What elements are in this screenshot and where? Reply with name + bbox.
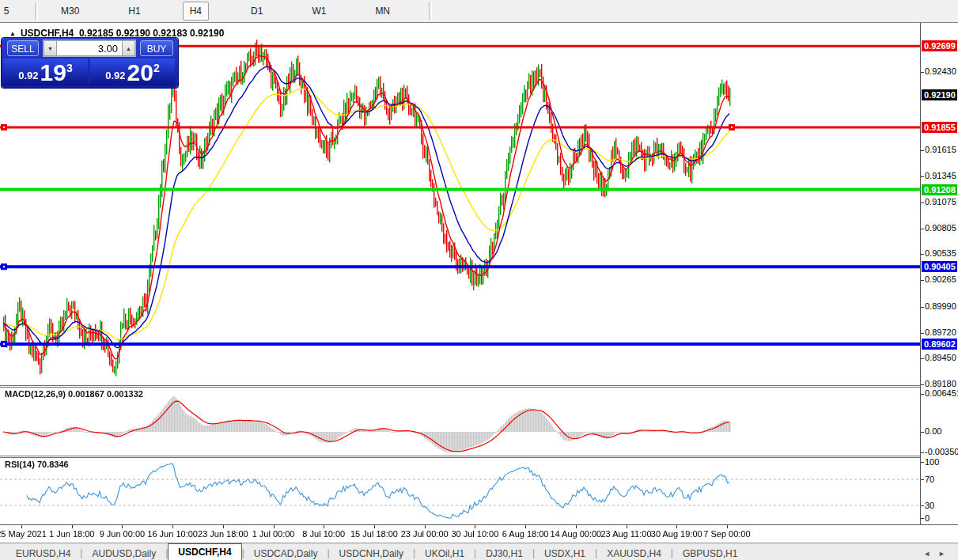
chart-tab-usdcad[interactable]: USDCAD,Daily xyxy=(244,546,328,560)
timeframe-button-w1[interactable]: W1 xyxy=(305,2,333,21)
volume-decrease-button[interactable]: ▼ xyxy=(44,40,57,56)
time-axis[interactable]: 25 May 20211 Jun 18:009 Jun 00:0016 Jun … xyxy=(0,524,958,543)
price-axis-label: 0.89450 xyxy=(925,353,958,362)
axis-tick xyxy=(921,229,924,229)
chart-tab-audusd[interactable]: AUDUSD,Daily xyxy=(82,546,165,560)
axis-tick xyxy=(921,72,924,73)
price-badge: 0.89602 xyxy=(922,339,957,350)
time-axis-label: 30 Aug 19:00 xyxy=(651,529,702,539)
axis-tick xyxy=(921,150,924,151)
chart-tab-ukoil[interactable]: UKOil,H1 xyxy=(415,546,474,560)
rsi-splitter[interactable] xyxy=(0,456,958,458)
tab-scroll-left-icon[interactable]: ◄ xyxy=(923,550,938,558)
macd-axis-label: 0.006451 xyxy=(925,388,958,398)
axis-tick xyxy=(921,202,924,203)
chart-tab-dj30[interactable]: DJ30,H1 xyxy=(476,546,532,560)
price-axis[interactable]: 0.924300.916150.913450.910750.908050.905… xyxy=(920,23,958,524)
chart-tab-usdchf[interactable]: USDCHF,H4 xyxy=(168,543,241,560)
time-axis-tick xyxy=(676,525,677,528)
toolbar-separator xyxy=(429,2,432,20)
time-axis-label: 6 Aug 18:00 xyxy=(502,529,549,539)
timeframe-button-partial[interactable]: 5 xyxy=(0,2,13,21)
macd-splitter[interactable] xyxy=(0,385,958,388)
buy-button[interactable]: BUY xyxy=(140,40,173,56)
axis-tick xyxy=(921,384,924,385)
time-axis-tick xyxy=(324,525,324,528)
buy-price-button[interactable]: 0.92202 xyxy=(90,59,175,85)
chart-window: ▲USDCHF,H4 0.92185 0.92190 0.92183 0.921… xyxy=(0,22,958,560)
macd-indicator-label: MACD(12,26,9) 0.001867 0.001332 xyxy=(5,389,143,399)
price-axis-label: 0.90265 xyxy=(925,274,958,284)
time-axis-label: 14 Aug 00:00 xyxy=(550,529,601,539)
timeframe-button-h4[interactable]: H4 xyxy=(183,2,209,21)
time-axis-tick xyxy=(21,525,22,528)
time-axis-tick xyxy=(525,525,526,528)
timeframe-toolbar: 5 M30H1H4D1W1MN xyxy=(0,0,958,23)
volume-spinner: ▼ 3.00 ▲ xyxy=(43,40,136,57)
chart-tab-bar: EURUSD,H4|AUDUSD,Daily|USDCHF,H4|USDCAD,… xyxy=(0,543,958,560)
axis-tick xyxy=(921,432,924,433)
sell-price-button[interactable]: 0.92193 xyxy=(3,59,88,85)
axis-tick xyxy=(921,280,924,281)
volume-input[interactable]: 3.00 xyxy=(57,40,122,56)
price-axis-label: 0.89180 xyxy=(925,379,958,388)
axis-tick xyxy=(921,452,924,453)
price-axis-label: 0.90805 xyxy=(925,223,958,233)
price-badge: 0.92699 xyxy=(922,40,957,51)
time-axis-label: 8 Jul 10:00 xyxy=(302,529,345,539)
trading-platform-window: 5 M30H1H4D1W1MN ▲USDCHF,H4 0.92185 0.921… xyxy=(0,0,958,560)
time-axis-tick xyxy=(727,525,728,528)
volume-increase-button[interactable]: ▲ xyxy=(122,40,135,56)
rsi-chart-canvas[interactable] xyxy=(0,458,920,524)
sell-button[interactable]: SELL xyxy=(7,40,39,56)
time-axis-label: 23 Aug 11:00 xyxy=(601,529,652,539)
time-axis-label: 25 May 2021 xyxy=(0,529,47,539)
price-badge: 0.91208 xyxy=(922,184,957,195)
price-axis-label: 0.89720 xyxy=(925,327,958,337)
axis-tick xyxy=(921,394,924,395)
toolbar-separator xyxy=(35,2,38,20)
chart-tabs: EURUSD,H4|AUDUSD,Daily|USDCHF,H4|USDCAD,… xyxy=(6,543,747,560)
rsi-axis-label: 0 xyxy=(925,513,958,523)
price-axis-label: 0.92430 xyxy=(925,66,958,76)
time-axis-tick xyxy=(72,525,73,528)
time-axis-tick xyxy=(274,525,275,528)
time-axis-label: 30 Jul 10:00 xyxy=(451,529,498,539)
price-badge: 0.92190 xyxy=(922,89,957,100)
axis-tick xyxy=(921,333,924,334)
axis-tick xyxy=(921,479,924,480)
timeframe-button-h1[interactable]: H1 xyxy=(121,2,147,21)
price-axis-label: 0.90535 xyxy=(925,248,958,258)
timeframe-button-m30[interactable]: M30 xyxy=(54,2,86,21)
tab-scroll-right-icon[interactable]: ► xyxy=(938,550,953,558)
one-click-trading-panel: SELL ▼ 3.00 ▲ BUY 0.92193 0.92202 xyxy=(2,38,178,88)
trade-controls-row: SELL ▼ 3.00 ▲ BUY xyxy=(2,38,178,58)
timeframe-button-d1[interactable]: D1 xyxy=(244,2,270,21)
chart-tab-eurusd[interactable]: EURUSD,H4 xyxy=(6,546,80,560)
time-axis-label: 1 Jun 18:00 xyxy=(49,529,95,539)
axis-tick xyxy=(921,462,924,463)
chart-tab-usdx[interactable]: USDX,H1 xyxy=(535,546,595,560)
price-axis-label: 0.91075 xyxy=(925,197,958,206)
rsi-axis-label: 100 xyxy=(925,457,958,467)
time-axis-label: 1 Jul 00:00 xyxy=(252,529,295,539)
symbol-period-label: USDCHF,H4 xyxy=(21,28,74,39)
chart-tab-xauusd[interactable]: XAUUSD,H4 xyxy=(597,546,671,560)
chart-tab-gbpusd[interactable]: GBPUSD,H1 xyxy=(673,546,747,560)
sell-price-prefix: 0.92 xyxy=(18,70,38,81)
chart-title: ▲USDCHF,H4 0.92185 0.92190 0.92183 0.921… xyxy=(9,28,224,39)
chart-tab-usdcnh[interactable]: USDCNH,Daily xyxy=(330,546,413,560)
time-axis-label: 16 Jun 10:00 xyxy=(147,529,198,539)
buy-price-pip: 2 xyxy=(153,62,160,74)
sell-price-pip: 3 xyxy=(66,62,73,74)
timeframe-button-mn[interactable]: MN xyxy=(368,2,397,21)
tab-scroll-buttons: ◄► xyxy=(923,550,953,558)
time-axis-tick xyxy=(576,525,577,528)
axis-tick xyxy=(921,505,924,506)
price-axis-label: 0.91615 xyxy=(925,145,958,154)
time-axis-tick xyxy=(223,525,224,528)
sell-price-big: 19 xyxy=(40,62,66,84)
macd-axis-label: 0.00 xyxy=(925,426,958,436)
time-axis-label: 15 Jul 18:00 xyxy=(350,529,398,539)
collapse-arrow-icon[interactable]: ▲ xyxy=(9,30,16,37)
